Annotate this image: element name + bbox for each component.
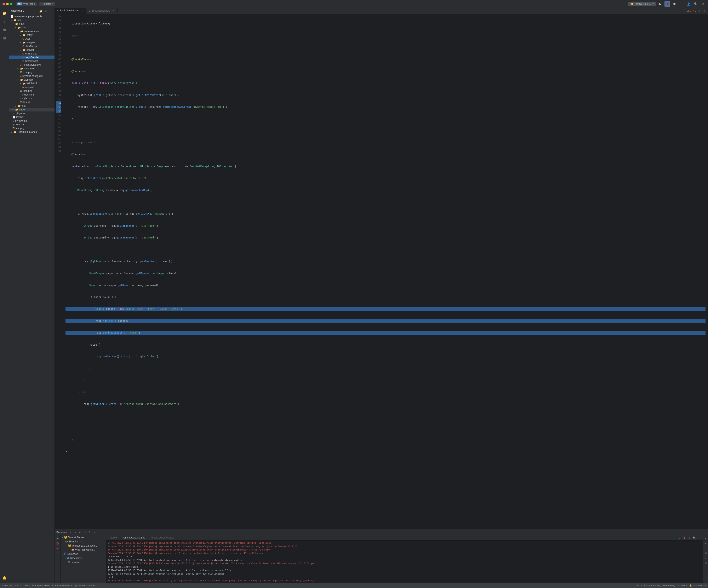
sidebar-more[interactable]: ⋯: [49, 9, 53, 13]
sidebar-item-webapp[interactable]: ▾ 📂 webapp: [9, 78, 55, 82]
sidebar-item-mapper[interactable]: ▾ 📂 mapper: [9, 41, 55, 44]
sidebar-item-UserMapper[interactable]: C UserMapper: [9, 44, 55, 48]
log-clear-icon[interactable]: 🗑: [704, 561, 708, 565]
services-refresh-icon[interactable]: ↻: [88, 530, 92, 534]
sidebar-item-LoginServlet[interactable]: C LoginServlet: [9, 56, 55, 59]
services-up-icon[interactable]: ∧: [68, 530, 72, 534]
status-encoding[interactable]: UTF-8: [681, 584, 687, 587]
services-more-icon[interactable]: ⋯: [93, 530, 97, 534]
sidebar-item-index-html[interactable]: H index.html: [9, 93, 55, 97]
maximize-button[interactable]: [10, 3, 12, 5]
profile-button[interactable]: ⬟: [672, 1, 677, 7]
activity-run[interactable]: ⬟: [1, 26, 8, 34]
sidebar-item-mybatis-config[interactable]: ◈ mybatis-config.xml: [9, 74, 55, 78]
tab-LoginServlet[interactable]: C LoginServlet.java ✕: [55, 8, 86, 14]
log-filter-icon[interactable]: ⊟: [704, 551, 708, 555]
log-search-icon[interactable]: 🔍: [692, 536, 697, 540]
activity-git[interactable]: ⑂: [1, 18, 8, 25]
svc-item-localhost[interactable]: ▾ 🗄 @localhost: [61, 556, 106, 560]
sidebar-item-mvnw[interactable]: 📄 mvnw: [9, 115, 55, 119]
svc-item-running[interactable]: ▾ ▶ Running ✓ ✓: [61, 539, 106, 544]
svc-item-console[interactable]: ⊟ console: [61, 560, 106, 564]
log-scroll-down-icon[interactable]: ▼: [704, 541, 708, 545]
log-more-icon[interactable]: ⋯: [697, 536, 701, 540]
sidebar-item-FileServlet[interactable]: C FileServlet: [9, 52, 55, 56]
more-button[interactable]: ⋯: [679, 1, 684, 7]
activity-plugins[interactable]: ⊞: [1, 34, 8, 42]
sidebar-item-WEB-INF[interactable]: ▾ 📂 WEB-INF: [9, 82, 55, 85]
status-git[interactable]: ⑂ WebTest: [2, 584, 13, 587]
search-button[interactable]: 🔍: [693, 1, 699, 7]
log-tab-localhost[interactable]: Tomcat Localhost Log: [148, 535, 177, 540]
sidebar-item-main[interactable]: ▾ 📂 main: [9, 22, 55, 26]
close-button[interactable]: [2, 3, 5, 5]
log-scroll-up-icon[interactable]: ▲: [704, 536, 708, 540]
status-line-ending[interactable]: LF: [677, 584, 679, 587]
activity-explorer[interactable]: 📁: [1, 9, 8, 17]
editor-content[interactable]: 32 33 34 35 36 37 38 39 40 41 42 43 44 4…: [55, 14, 708, 529]
log-tab-server[interactable]: Server: [108, 535, 120, 540]
sidebar-item-resources[interactable]: ▾ 📂 resources: [9, 67, 55, 70]
sidebar-item-mvnw-cmd[interactable]: M mvnw.cmd: [9, 119, 55, 123]
sidebar-item-maven-wrapper[interactable]: 📄 maven-wrapper.propertie: [9, 14, 55, 18]
activity-notifications[interactable]: 🔔: [1, 574, 8, 581]
status-position[interactable]: 52:1 (154 chars, 2 line breaks): [644, 584, 675, 587]
sidebar-close[interactable]: ✕: [44, 9, 48, 13]
minimize-button[interactable]: [6, 3, 9, 5]
sidebar-item-java[interactable]: ▾ 📂 java: [9, 26, 55, 29]
log-align-icon[interactable]: ≡: [704, 546, 708, 550]
project-selector[interactable]: WT WebTest ▾: [16, 2, 37, 6]
svc-item-database[interactable]: ▾ 🗄 Database: [61, 552, 106, 556]
log-wrap-icon[interactable]: ↩: [704, 556, 708, 560]
sidebar-item-test-png[interactable]: 🖼 test.png: [9, 126, 55, 130]
sidebar-item-User[interactable]: C User: [9, 37, 55, 41]
tab-close-icon[interactable]: ✕: [112, 10, 114, 12]
log-stop-icon[interactable]: ■: [682, 536, 686, 540]
tab-close-icon[interactable]: ✕: [81, 9, 83, 12]
log-restart2-icon[interactable]: ↺: [687, 536, 691, 540]
sidebar-item-test[interactable]: ▶ 📂 test: [9, 104, 55, 108]
svc-item-webtest[interactable]: 📦 WebTest:war ex...: [61, 548, 106, 552]
sidebar-item-servlet[interactable]: ▾ 📂 servlet: [9, 48, 55, 52]
error-count[interactable]: ✕ 2: [692, 9, 697, 13]
sidebar-item-style-css[interactable]: S style.css: [9, 97, 55, 100]
code-editor[interactable]: sqlSessionFactory factory; new * @Sneaky…: [63, 14, 708, 529]
services-settings-icon[interactable]: ⚙: [78, 530, 82, 534]
sidebar-item-external-libraries[interactable]: ▶ 📂 External Libraries: [9, 130, 55, 134]
expand-editor-icon[interactable]: ∧: [697, 9, 701, 13]
tab-TimeServlet[interactable]: C TimeServlet.java ✕: [86, 8, 118, 13]
bottom-stop-icon[interactable]: ■: [56, 546, 60, 550]
status-errors[interactable]: ✕ 2: [20, 584, 24, 587]
sidebar-item-src[interactable]: ▾ 📂 src: [9, 18, 55, 22]
debug-button[interactable]: 🐞: [665, 1, 670, 7]
bottom-run-icon[interactable]: ▶: [56, 536, 60, 540]
status-warnings[interactable]: ⚠ 7: [14, 584, 18, 587]
sidebar-item-TimeServlet[interactable]: C TimeServlet: [9, 59, 55, 63]
log-tab-catalina[interactable]: Tomcat Catalina Log: [120, 535, 148, 540]
run-button[interactable]: ▶: [657, 1, 663, 7]
services-add-icon[interactable]: +: [83, 530, 87, 534]
sidebar-item-icon-png2[interactable]: 🖼 icon.png: [9, 89, 55, 93]
svc-item-tomcat-server[interactable]: ▾ 🐱 Tomcat Server: [61, 535, 106, 539]
account-button[interactable]: 👤: [686, 1, 691, 7]
services-close-icon[interactable]: ✕: [73, 530, 77, 534]
sidebar-item-pom-xml[interactable]: ◈ pom.xml: [9, 123, 55, 126]
bottom-debug-icon[interactable]: 🐞: [56, 541, 60, 545]
collapse-editor-icon[interactable]: ∨: [702, 9, 706, 13]
sidebar-item-target[interactable]: ▾ 📂 target: [9, 108, 55, 112]
svc-item-tomcat-local[interactable]: 🐱 Tomcat 10.1.23 [local...]: [61, 544, 106, 548]
sidebar-new-folder[interactable]: 📁: [39, 9, 43, 13]
sidebar-item-test-js[interactable]: JS test.js: [9, 100, 55, 104]
sidebar-item-com-example[interactable]: ▾ 📂 com.example: [9, 29, 55, 33]
sidebar-item-HelloServlet[interactable]: C HelloServlet.java: [9, 63, 55, 67]
server-selector[interactable]: 🐱 Tomcat 10.1.23 ▾: [628, 2, 656, 6]
status-indent[interactable]: 4 spaces: [694, 584, 703, 587]
bottom-restart-icon[interactable]: ↺: [56, 551, 60, 555]
log-restart-icon[interactable]: ↻: [677, 536, 681, 540]
log-content[interactable]: 04-May-2024 18:53:07.833 INFO [main] org…: [106, 540, 703, 583]
sidebar-item-icon-png[interactable]: 🖼 icon.png: [9, 70, 55, 74]
settings-button[interactable]: ⚙: [700, 1, 706, 7]
warning-count[interactable]: ⚠ 7: [687, 9, 691, 13]
sidebar-item-entity[interactable]: ▾ 📂 entity: [9, 33, 55, 37]
sidebar-item-gitignore[interactable]: ⊙ .gitignore: [9, 112, 55, 115]
